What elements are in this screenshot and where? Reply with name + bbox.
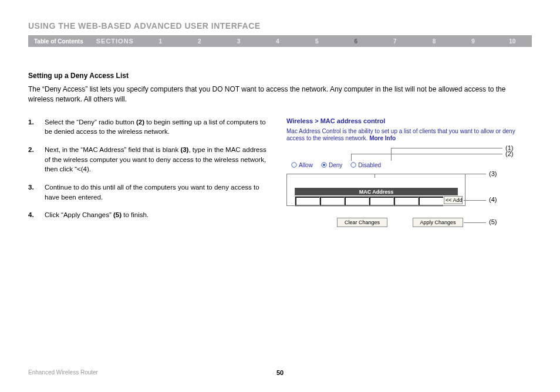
nav-numbers: 1 2 3 4 5 6 7 8 9 10: [141, 38, 532, 45]
mac-field[interactable]: [320, 197, 345, 206]
callout-4: (4): [489, 196, 497, 203]
nav-6[interactable]: 6: [336, 38, 376, 45]
step-text: Continue to do this until all of the com…: [45, 183, 269, 202]
mac-field[interactable]: [345, 197, 369, 206]
nav-sections-label: SECTIONS: [89, 38, 141, 45]
page-title: USING THE WEB-BASED ADVANCED USER INTERF…: [28, 21, 532, 31]
callout-2: (2): [505, 150, 513, 157]
section-navbar: Table of Contents SECTIONS 1 2 3 4 5 6 7…: [28, 35, 532, 47]
svg-point-2: [323, 164, 325, 166]
nav-7[interactable]: 7: [376, 38, 415, 45]
mac-table-header: MAC Address: [295, 188, 458, 195]
section-subhead: Setting up a Deny Access List: [28, 72, 532, 80]
step-text: Next, in the “MAC Address” field that is…: [45, 145, 269, 174]
nav-9[interactable]: 9: [454, 38, 493, 45]
nav-toc[interactable]: Table of Contents: [28, 38, 89, 45]
step-num: 4.: [28, 210, 45, 220]
nav-2[interactable]: 2: [180, 38, 220, 45]
mac-field[interactable]: [394, 197, 419, 206]
radio-disabled[interactable]: Disabled: [350, 162, 381, 168]
nav-4[interactable]: 4: [258, 38, 298, 45]
add-button[interactable]: << Add: [444, 196, 463, 204]
fig-description: Mac Address Control is the ability to se…: [286, 128, 532, 142]
radio-allow-label: Allow: [299, 162, 313, 168]
more-info-link[interactable]: More Info: [369, 135, 396, 141]
svg-point-3: [351, 163, 356, 167]
breadcrumb: Wireless > MAC address control: [286, 117, 532, 124]
svg-point-0: [292, 163, 296, 167]
mac-field[interactable]: [369, 197, 394, 206]
radio-deny[interactable]: Deny: [321, 162, 342, 168]
nav-1[interactable]: 1: [141, 38, 180, 45]
callout-5: (5): [489, 218, 497, 225]
page-number: 50: [276, 369, 284, 376]
steps-list: 1.Select the “Deny” radio button (2) to …: [28, 117, 269, 220]
nav-8[interactable]: 8: [414, 38, 454, 45]
intro-text: The “Deny Access” list lets you specify …: [28, 85, 532, 104]
radio-deny-label: Deny: [329, 162, 342, 168]
page-footer: Enhanced Wireless Router 50: [28, 369, 532, 376]
clear-changes-button[interactable]: Clear Changes: [337, 218, 387, 227]
list-item: 2.Next, in the “MAC Address” field that …: [28, 145, 269, 174]
radio-allow[interactable]: Allow: [291, 162, 313, 168]
radio-row: Allow Deny Disabled: [291, 162, 381, 168]
nav-5[interactable]: 5: [297, 38, 336, 45]
step-text: Select the “Deny” radio button (2) to be…: [45, 117, 269, 137]
list-item: 3.Continue to do this until all of the c…: [28, 183, 269, 202]
radio-disabled-label: Disabled: [358, 162, 381, 168]
step-text: Click “Apply Changes” (5) to finish.: [45, 210, 269, 220]
callout-3: (3): [489, 170, 497, 177]
mac-input-row: [295, 196, 443, 207]
step-num: 3.: [28, 183, 45, 202]
list-item: 1.Select the “Deny” radio button (2) to …: [28, 117, 269, 137]
mac-field[interactable]: [419, 197, 443, 206]
desc-text: Mac Address Control is the ability to se…: [286, 128, 515, 141]
nav-3[interactable]: 3: [219, 38, 258, 45]
step-num: 1.: [28, 117, 45, 137]
mac-field[interactable]: [295, 197, 320, 206]
figure: (1) (2) Allow Deny: [286, 144, 532, 238]
step-num: 2.: [28, 145, 45, 174]
apply-changes-button[interactable]: Apply Changes: [413, 218, 463, 227]
nav-10[interactable]: 10: [492, 38, 532, 45]
list-item: 4.Click “Apply Changes” (5) to finish.: [28, 210, 269, 220]
footer-left: Enhanced Wireless Router: [28, 369, 98, 376]
